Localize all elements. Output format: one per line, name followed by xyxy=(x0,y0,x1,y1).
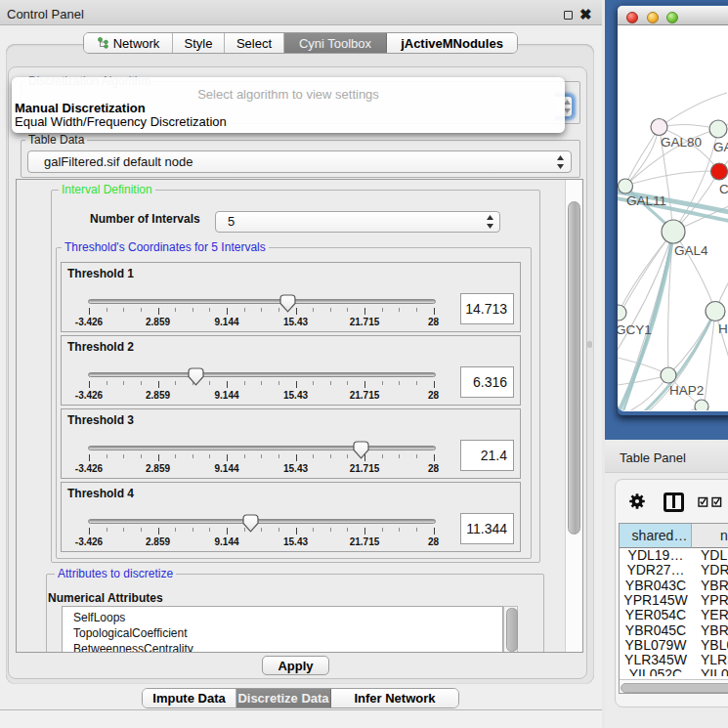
svg-text:GAL11: GAL11 xyxy=(626,193,666,208)
svg-text:HAP4: HAP4 xyxy=(718,321,728,336)
svg-text:GAL3: GAL3 xyxy=(713,140,728,154)
svg-text:CDC6: CDC6 xyxy=(719,182,728,196)
svg-text:HAP2: HAP2 xyxy=(669,383,704,398)
svg-text:GAL80: GAL80 xyxy=(661,135,702,150)
svg-text:GCY1: GCY1 xyxy=(618,322,652,337)
svg-text:GAL4: GAL4 xyxy=(674,243,708,258)
